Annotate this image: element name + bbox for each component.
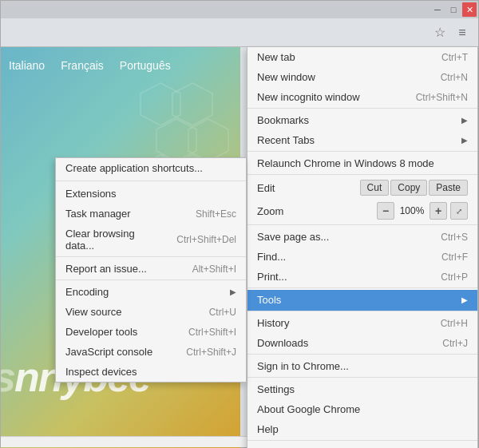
menu-item-settings[interactable]: Settings xyxy=(247,379,477,399)
edit-buttons: Cut Copy Paste xyxy=(360,180,468,196)
edit-row: Edit Cut Copy Paste xyxy=(247,176,477,199)
zoom-controls: − 100% + ⤢ xyxy=(377,202,468,220)
maximize-button[interactable]: □ xyxy=(446,2,461,17)
submenu-item-inspect-devices[interactable]: Inspect devices xyxy=(56,362,246,382)
menu-item-save-page[interactable]: Save page as... Ctrl+S xyxy=(247,227,477,247)
zoom-row: Zoom − 100% + ⤢ xyxy=(247,199,477,225)
main-dropdown-menu: New tab Ctrl+T New window Ctrl+N New inc… xyxy=(247,47,478,448)
menu-item-about[interactable]: About Google Chrome xyxy=(247,399,477,419)
submenu-item-extensions[interactable]: Extensions xyxy=(56,184,246,204)
menu-item-history[interactable]: History Ctrl+H xyxy=(247,313,477,333)
bookmark-icon[interactable]: ☆ xyxy=(429,22,451,44)
submenu-item-view-source[interactable]: View source Ctrl+U xyxy=(56,302,246,322)
tools-submenu: Create application shortcuts... Extensio… xyxy=(55,157,247,383)
paste-button[interactable]: Paste xyxy=(429,180,468,196)
menu-item-new-incognito[interactable]: New incognito window Ctrl+Shift+N xyxy=(247,87,477,109)
svg-marker-1 xyxy=(172,83,212,125)
menu-item-downloads[interactable]: Downloads Ctrl+J xyxy=(247,333,477,355)
browser-toolbar: ☆ ≡ xyxy=(1,18,478,47)
cut-button[interactable]: Cut xyxy=(360,180,390,196)
menu-item-new-tab[interactable]: New tab Ctrl+T xyxy=(247,47,477,67)
submenu-item-clear-browsing[interactable]: Clear browsing data... Ctrl+Shift+Del xyxy=(56,224,246,257)
close-button[interactable]: ✕ xyxy=(462,2,477,17)
menu-item-help[interactable]: Help xyxy=(247,419,477,441)
nav-item-italiano[interactable]: Italiano xyxy=(9,59,45,72)
svg-marker-2 xyxy=(156,119,196,161)
submenu-item-developer-tools[interactable]: Developer tools Ctrl+Shift+I xyxy=(56,322,246,342)
svg-marker-3 xyxy=(188,119,228,161)
submenu-divider-1 xyxy=(56,180,246,181)
nav-item-portugues[interactable]: Português xyxy=(120,59,171,72)
submenu-item-encoding[interactable]: Encoding ▶ xyxy=(56,282,246,302)
nav-item-francais[interactable]: Français xyxy=(61,59,104,72)
menu-item-print[interactable]: Print... Ctrl+P xyxy=(247,267,477,288)
menu-item-recent-tabs[interactable]: Recent Tabs ▶ xyxy=(247,130,477,152)
submenu-item-task-manager[interactable]: Task manager Shift+Esc xyxy=(56,204,246,224)
submenu-item-create-shortcuts[interactable]: Create application shortcuts... xyxy=(56,158,246,178)
copy-button[interactable]: Copy xyxy=(390,180,427,196)
menu-icon[interactable]: ≡ xyxy=(451,22,473,44)
submenu-item-report-issue[interactable]: Report an issue... Alt+Shift+I xyxy=(56,259,246,280)
menu-item-signin[interactable]: Sign in to Chrome... xyxy=(247,356,477,378)
menu-item-relaunch[interactable]: Relaunch Chrome in Windows 8 mode xyxy=(247,153,477,175)
menu-item-new-window[interactable]: New window Ctrl+N xyxy=(247,67,477,87)
svg-marker-0 xyxy=(141,83,180,125)
minimize-button[interactable]: ─ xyxy=(430,2,445,17)
title-bar: ─ □ ✕ xyxy=(1,1,478,18)
menu-item-bookmarks[interactable]: Bookmarks ▶ xyxy=(247,110,477,130)
zoom-minus-button[interactable]: − xyxy=(377,202,394,220)
browser-frame: ─ □ ✕ ☆ ≡ Italiano Français Português xyxy=(0,0,479,448)
submenu-item-javascript-console[interactable]: JavaScript console Ctrl+Shift+J xyxy=(56,342,246,362)
zoom-expand-button[interactable]: ⤢ xyxy=(450,202,468,220)
zoom-plus-button[interactable]: + xyxy=(430,202,447,220)
menu-item-find[interactable]: Find... Ctrl+F xyxy=(247,247,477,267)
menu-item-tools[interactable]: Tools ▶ xyxy=(247,290,477,311)
menu-item-exit[interactable]: Exit Ctrl+Shift+Q xyxy=(247,442,477,448)
